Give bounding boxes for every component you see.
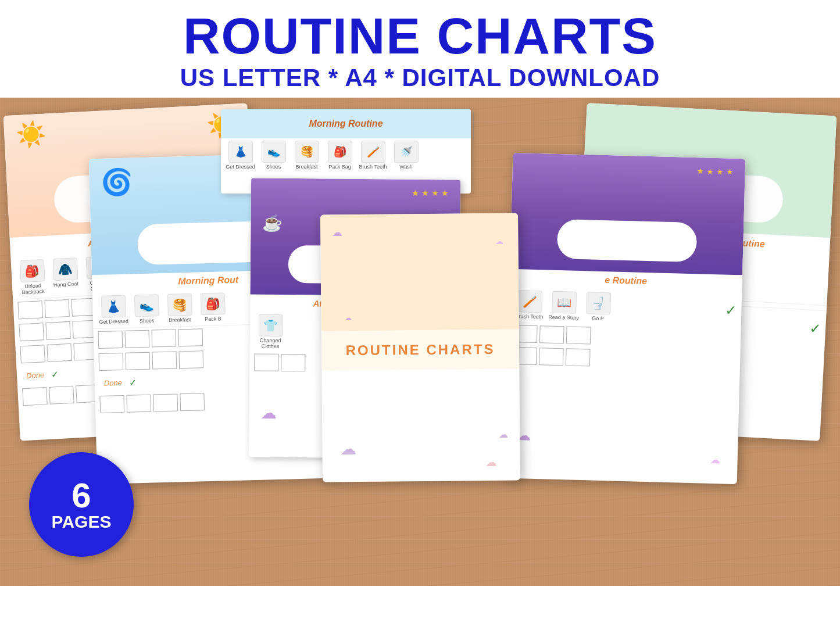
mlcb8 [178,350,203,368]
bedtime-header: ★ ★ ★ ★ [510,153,745,275]
ml-dcb4 [180,393,205,411]
cover-cloud-1: ☁ [332,226,342,239]
ml-dcb1 [99,395,124,413]
coat-icon: 🧥 [52,257,78,281]
bedtime-items: 🪥 Brush Teeth 📖 Read a Story 🚽 Go P ✓ [509,287,742,328]
mt-shoes-icon: 👟 [262,141,286,163]
bt-cloud-2: ☁ [709,453,720,466]
card-bedtime: ★ ★ ★ ★ e Routine 🪥 Brush Teeth 📖 Read a… [505,153,746,484]
bt-gop-icon: 🚽 [586,292,611,314]
mt-brush-label: Brush Teeth [359,164,387,170]
cover-title: ROUTINE CHARTS [345,341,495,359]
ml-pack-icon: 🎒 [200,292,225,315]
card-cover: ☁ ☁ ☁ ROUTINE CHARTS ☁ ☁ ☁ [320,213,520,482]
mt-wash: 🚿 Wash [390,141,422,170]
sun-icon-left: ☀️ [15,120,47,150]
mlcb2 [124,330,149,348]
done-cb1 [22,387,48,406]
ml-breakfast: 🥞 Breakfast [163,293,196,323]
cb8 [47,343,72,362]
morning-top-title: Morning Routine [309,119,383,129]
mt-bag: 🎒 Pack Bag [324,141,356,170]
mt-bag-label: Pack Bag [328,164,351,170]
ml-checkmark: ✓ [129,377,137,388]
bt-brush-icon: 🪥 [517,290,542,313]
cb7 [20,345,45,363]
mug-icon: ☕ [262,213,283,232]
ml-shoes-icon: 👟 [134,294,159,317]
ml-shoes: 👟 Shoes [130,294,163,324]
night-stars: ★ ★ ★ ★ [412,188,449,198]
main-title: ROUTINE CHARTS [0,10,840,62]
ml-pack: 🎒 Pack B [196,292,229,322]
mlcb6 [125,352,150,370]
cover-bottom-cloud-2: ☁ [485,455,496,469]
bt-brush-label: Brush Teeth [515,313,543,320]
item-backpack: 🎒 Unload Backpack [16,259,49,296]
badge-text: PAGES [52,513,112,531]
ml-dcb2 [126,395,151,413]
mt-breakfast-label: Breakfast [295,164,317,170]
mt-bag-icon: 🎒 [328,141,352,163]
mt-dressed: 👗 Get Dressed [224,141,256,170]
mt-brush-icon: 🪥 [361,141,385,163]
mlcb3 [151,330,176,348]
wood-background: ☀️ ☀️ Afterschool Routine 🎒 Unload Backp… [0,98,840,586]
ap-changed-icon: 👕 [258,314,283,337]
ml-dressed-icon: 👗 [101,295,126,318]
ml-shoes-label: Shoes [140,317,155,324]
sub-title: US LETTER * A4 * DIGITAL DOWNLOAD [0,64,840,92]
morning-top-header: Morning Routine [221,109,471,138]
morning-top-items: 👗 Get Dressed 👟 Shoes 🥞 Breakfast 🎒 Pack… [221,138,471,172]
mt-wash-label: Wash [399,164,413,170]
cover-bottom-cloud-1: ☁ [339,439,356,459]
item-coat: 🧥 Hang Coat [49,257,83,294]
cb2 [44,299,70,318]
cover-top: ☁ ☁ ☁ [320,213,519,331]
pages-badge: 6 PAGES [29,452,134,557]
mt-wash-icon: 🚿 [394,141,419,163]
header: ROUTINE CHARTS US LETTER * A4 * DIGITAL … [0,0,840,98]
bt-gop-label: Go P [592,316,604,322]
mlcb1 [98,331,123,349]
cover-bottom: ROUTINE CHARTS ☁ ☁ ☁ [321,330,519,371]
cover-bottom-cloud-3: ☁ [499,429,508,440]
cb4 [19,323,44,341]
btcb2 [539,325,564,343]
bedtime-stars: ★ ★ ★ ★ [696,166,734,177]
btcb5 [539,348,564,366]
mlcb7 [152,351,177,369]
mt-shoes: 👟 Shoes [258,141,289,170]
ml-dressed-label: Get Dressed [99,318,128,325]
backpack-label: Unload Backpack [17,282,49,296]
cover-cloud-2: ☁ [495,237,503,246]
ml-done-label: Done [99,376,127,390]
mlcb5 [99,353,124,371]
apcb2 [281,354,305,371]
cb5 [45,321,71,340]
btcb3 [566,326,591,344]
badge-number: 6 [72,478,91,513]
ml-dcb3 [153,393,178,411]
bt-checkmark: ✓ [725,296,737,325]
ml-pack-label: Pack B [205,316,221,322]
bedtime-title: e Routine [512,273,740,289]
btcb6 [566,348,591,366]
purple-cloud-1: ☁ [260,403,277,423]
bt-read-icon: 📖 [552,291,577,314]
mt-brush: 🪥 Brush Teeth [357,141,389,170]
mt-breakfast: 🥞 Breakfast [291,141,323,170]
coat-label: Hang Coat [53,281,78,288]
mt-breakfast-icon: 🥞 [295,141,319,163]
mt-dressed-label: Get Dressed [226,164,255,170]
cb1 [17,300,43,319]
ml-dressed: 👗 Get Dressed [97,295,130,325]
backpack-icon: 🎒 [19,259,45,282]
mlcb4 [178,328,203,346]
ml-breakfast-label: Breakfast [169,317,191,323]
ap-changed-label: Changed Clothes [255,337,287,349]
checkmark-icon: ✓ [51,368,59,380]
apcb1 [254,353,278,371]
ap-changed: 👕 Changed Clothes [255,314,287,349]
ml-breakfast-icon: 🥞 [167,293,192,316]
